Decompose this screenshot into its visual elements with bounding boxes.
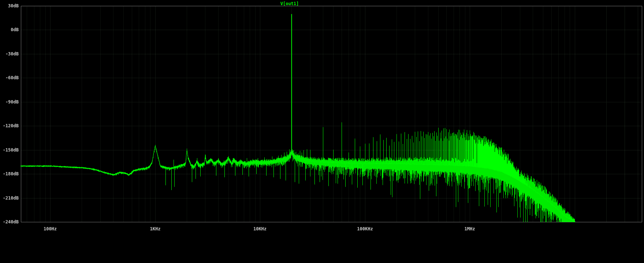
y-axis-tick-label: -120dB	[0, 123, 19, 128]
trace-legend-label[interactable]: V[out1]	[280, 1, 299, 6]
x-axis-tick-label: 1KHz	[139, 226, 172, 231]
y-axis-tick-label: -210dB	[0, 196, 19, 201]
y-axis-tick-label: -90dB	[0, 99, 19, 105]
y-axis-tick-label: 0dB	[0, 27, 19, 32]
y-axis-tick-label: -180dB	[0, 171, 19, 176]
waveform-pane: V[out1] 30dB0dB-30dB-60dB-90dB-120dB-150…	[0, 0, 644, 263]
y-axis-tick-label: -240dB	[0, 219, 19, 224]
y-axis-tick-label: -30dB	[0, 51, 19, 56]
x-axis-tick-label: 10KHz	[243, 226, 276, 231]
y-axis-tick-label: -150dB	[0, 147, 19, 153]
x-axis-tick-label: 1MHz	[453, 226, 486, 231]
x-axis-tick-label: 100Hz	[34, 226, 67, 231]
y-axis-tick-label: -60dB	[0, 75, 19, 80]
fft-plot-canvas[interactable]	[0, 0, 644, 263]
y-axis-tick-label: 30dB	[0, 3, 19, 8]
x-axis-tick-label: 100KHz	[349, 226, 381, 231]
